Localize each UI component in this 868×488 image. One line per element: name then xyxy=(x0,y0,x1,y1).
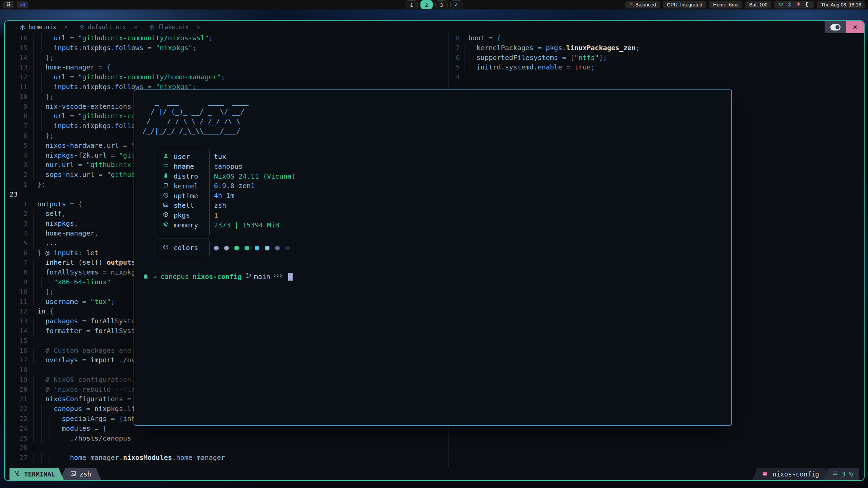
tab-label: default.nix xyxy=(88,24,126,30)
fetch-value-pkgs: 1 xyxy=(214,210,296,220)
tab-default.nix[interactable]: default.nix× xyxy=(79,24,137,30)
line-number: 11 xyxy=(5,82,33,92)
bluetooth-icon[interactable] xyxy=(787,2,792,8)
prompt-chevrons-icon xyxy=(274,272,283,281)
tab-label: home.nix xyxy=(28,24,56,30)
tab-zsh-label: zsh xyxy=(80,470,91,478)
code-line[interactable]: 12 url = "github:nix-community/home-mana… xyxy=(5,72,448,82)
code-line[interactable]: 13 home-manager = { xyxy=(5,62,448,72)
line-number: 25 xyxy=(5,433,33,443)
code-line[interactable]: 27 home-manager.nixosModules.home-manage… xyxy=(5,453,448,463)
palette-dot xyxy=(255,246,259,250)
line-number: 1 xyxy=(5,180,33,189)
line-number: 20 xyxy=(5,385,33,394)
floating-terminal-pane[interactable]: _ ___ ____ ____ / |/ (_)_ __/ _ \/ __/ /… xyxy=(134,89,732,426)
flame-icon[interactable] xyxy=(796,2,801,8)
grid-apps-icon xyxy=(6,2,11,8)
fetch-label: memory xyxy=(174,221,198,229)
git-branch-icon xyxy=(245,272,252,281)
fetch-values-column: tuxcanopusNixOS 24.11 (Vicuna)6.9.8-zen1… xyxy=(214,152,296,230)
mode-label: TERMINAL xyxy=(24,470,55,478)
nix-snowflake-icon xyxy=(149,24,155,30)
fetch-row-memory: memory xyxy=(155,220,209,230)
tray-icons-segment xyxy=(774,1,814,8)
colors-label: colors xyxy=(174,244,198,252)
prompt-directory: nixos-config xyxy=(193,272,242,281)
line-number: 14 xyxy=(5,326,33,336)
palette-dot xyxy=(244,246,249,250)
palette-dot xyxy=(275,246,280,250)
terminal-window: home.nix×default.nix×flake.nix× × 16 url… xyxy=(4,20,865,481)
tab-zsh[interactable]: zsh xyxy=(60,468,101,480)
code-line[interactable]: 26 xyxy=(5,443,448,453)
workspace-switcher: 1234 xyxy=(406,0,462,9)
line-number: 14 xyxy=(5,53,33,63)
statusbar-left: TERMINAL zsh xyxy=(9,468,101,480)
mode-segment[interactable]: TERMINAL xyxy=(9,468,64,480)
close-icon: × xyxy=(853,23,857,31)
nix-badge-button[interactable]: $N xyxy=(17,1,28,8)
fetch-label: user xyxy=(174,152,190,161)
line-number: 18 xyxy=(5,365,33,375)
line-number: 4 xyxy=(5,150,33,160)
fetch-row-uptime: uptime xyxy=(155,191,209,201)
line-number: 3 xyxy=(5,160,33,170)
line-number: 9 xyxy=(5,277,33,287)
code-line[interactable]: 6 supportedFilesystems = ["ntfs"]; xyxy=(449,53,864,63)
shell-prompt[interactable]: → canopus nixos-config main xyxy=(142,272,293,281)
workspace-2[interactable]: 2 xyxy=(420,0,433,9)
code-line[interactable]: 8boot = { xyxy=(449,33,864,43)
wifi-icon[interactable] xyxy=(778,2,784,8)
line-number: 8 xyxy=(5,111,33,121)
fetch-value-shell: zsh xyxy=(214,201,296,210)
code-line[interactable]: 15 inputs.nixpkgs.follows = "nixpkgs"; xyxy=(5,43,448,53)
line-number: 7 xyxy=(5,121,33,131)
line-number: 13 xyxy=(5,62,33,72)
fetch-row-hname: hname xyxy=(155,162,209,171)
palette-dot xyxy=(224,246,229,250)
arrow-glyph: → xyxy=(153,272,157,281)
code-line[interactable]: 14 }; xyxy=(5,53,448,63)
code-line[interactable]: 5 initrd.systemd.enable = true; xyxy=(449,62,864,72)
close-tab-icon[interactable]: × xyxy=(64,24,67,30)
workspace-3[interactable]: 3 xyxy=(435,0,448,9)
window-close-button[interactable]: × xyxy=(846,21,864,33)
line-number: 10 xyxy=(5,92,33,102)
code-line[interactable]: 25 ./hosts/canopus xyxy=(5,433,448,443)
nix-snowflake-icon xyxy=(20,24,25,30)
laptop-icon xyxy=(163,182,169,190)
app-launcher-button[interactable] xyxy=(3,1,14,8)
cpu-lines-icon xyxy=(832,470,838,478)
palette-dot xyxy=(214,246,219,250)
line-number: 13 xyxy=(5,316,33,326)
line-number: 26 xyxy=(5,443,33,453)
workspace-4[interactable]: 4 xyxy=(450,0,462,9)
line-number: 6 xyxy=(5,248,33,258)
session-segment[interactable]: nixos-config xyxy=(752,468,826,480)
fetch-value-user: tux xyxy=(214,152,296,162)
line-number: 17 xyxy=(5,355,33,365)
line-number: 2 xyxy=(5,170,33,180)
fetch-label: uptime xyxy=(174,192,198,200)
statusbar-right: nixos-config 3 % xyxy=(752,468,859,480)
window-toggle-switch[interactable] xyxy=(825,21,846,33)
code-line[interactable]: 4 xyxy=(449,72,864,82)
code-line[interactable]: 16 url = "github:nix-community/nixos-wsl… xyxy=(5,33,448,43)
close-tab-icon[interactable]: × xyxy=(197,24,200,30)
code-line[interactable]: 7 kernelPackages = pkgs.linuxPackages_ze… xyxy=(449,43,864,53)
battery-label: Bat: 100 xyxy=(749,2,767,7)
tab-flake.nix[interactable]: flake.nix× xyxy=(149,24,200,30)
line-number: 5 xyxy=(5,238,33,248)
ping-segment: Home: 6ms xyxy=(709,1,742,8)
cpu-label: 3 % xyxy=(842,470,853,478)
tab-home.nix[interactable]: home.nix× xyxy=(20,24,67,30)
close-tab-icon[interactable]: × xyxy=(134,24,137,30)
palette-dot xyxy=(234,246,239,250)
toggle-pill xyxy=(830,24,841,30)
palette-dot xyxy=(265,246,270,250)
phone-icon[interactable] xyxy=(805,2,810,8)
workspace-1[interactable]: 1 xyxy=(406,0,418,9)
fetch-value-kernel: 6.9.8-zen1 xyxy=(214,181,296,191)
line-number: 16 xyxy=(5,33,33,43)
palette-dot xyxy=(285,246,290,250)
